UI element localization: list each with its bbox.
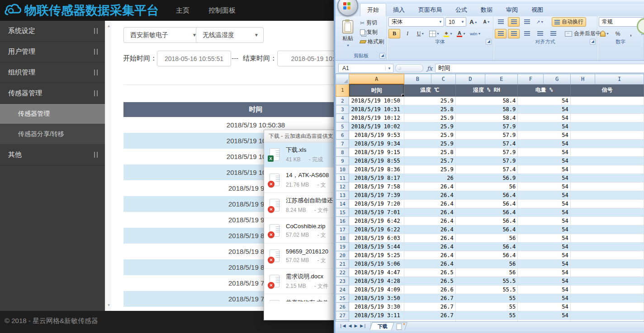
cell-I22[interactable] bbox=[570, 268, 644, 277]
cell-G22[interactable]: 54 bbox=[518, 268, 570, 277]
cell-E4[interactable]: 58.4 bbox=[455, 114, 518, 122]
ribbon-tab-插入[interactable]: 插入 bbox=[386, 4, 412, 16]
fill-handle[interactable] bbox=[402, 94, 404, 97]
cell-G7[interactable]: 54 bbox=[518, 140, 570, 148]
cell-A7[interactable]: 2018/5/19 9:34 bbox=[349, 140, 404, 148]
cell-A19[interactable]: 2018/5/19 5:44 bbox=[349, 243, 404, 251]
column-header-D[interactable]: D bbox=[455, 74, 485, 84]
cell-G23[interactable]: 54 bbox=[518, 277, 570, 286]
cell-A4[interactable]: 2018/5/19 10:12 bbox=[349, 114, 404, 122]
cell-G19[interactable]: 54 bbox=[518, 243, 570, 251]
row-header-8[interactable]: 8 bbox=[336, 148, 349, 157]
row-header-20[interactable]: 20 bbox=[336, 251, 349, 260]
row-header-25[interactable]: 25 bbox=[336, 294, 349, 303]
cell-I2[interactable] bbox=[570, 97, 644, 105]
cell-G6[interactable]: 54 bbox=[518, 131, 570, 140]
ribbon-tab-视图[interactable]: 视图 bbox=[525, 4, 550, 16]
row-header-1[interactable]: 1 bbox=[336, 84, 349, 97]
cell-A11[interactable]: 2018/5/19 8:17 bbox=[349, 174, 404, 183]
cell-I27[interactable] bbox=[570, 311, 644, 320]
dialog-launcher-icon[interactable]: ◢ bbox=[486, 39, 492, 45]
cell-E23[interactable]: 55.5 bbox=[455, 277, 518, 286]
cell-G15[interactable]: 54 bbox=[518, 208, 570, 217]
ribbon-tab-公式[interactable]: 公式 bbox=[449, 4, 474, 16]
cell-E27[interactable]: 55 bbox=[455, 311, 518, 320]
cell-G4[interactable]: 54 bbox=[518, 114, 570, 122]
cell-G16[interactable]: 54 bbox=[518, 217, 570, 225]
cell-A5[interactable]: 2018/5/19 10:02 bbox=[349, 122, 404, 131]
bold-button[interactable]: B bbox=[388, 29, 400, 38]
last-sheet-icon[interactable]: ▶❘ bbox=[360, 324, 366, 328]
column-header-E[interactable]: E bbox=[485, 74, 518, 84]
cell-E5[interactable]: 57.9 bbox=[455, 122, 518, 131]
column-header-I[interactable]: I bbox=[595, 74, 644, 84]
row-header-4[interactable]: 4 bbox=[336, 114, 349, 122]
cut-button[interactable]: ✂剪切 bbox=[360, 19, 384, 27]
paste-button[interactable]: 粘贴 ▼ bbox=[337, 18, 358, 52]
row-header-3[interactable]: 3 bbox=[336, 105, 349, 114]
row-header-10[interactable]: 10 bbox=[336, 165, 349, 174]
cell-A17[interactable]: 2018/5/19 6:22 bbox=[349, 225, 404, 234]
nav-item-home[interactable]: 主页 bbox=[176, 6, 189, 15]
cell-C10[interactable]: 25.9 bbox=[404, 165, 455, 174]
cell-A16[interactable]: 2018/5/19 6:42 bbox=[349, 217, 404, 225]
cell-E25[interactable]: 55 bbox=[455, 294, 518, 303]
cell-A26[interactable]: 2018/5/19 3:30 bbox=[349, 303, 404, 311]
cell-I9[interactable] bbox=[570, 157, 644, 165]
row-header-23[interactable]: 23 bbox=[336, 277, 349, 286]
cell-I18[interactable] bbox=[570, 234, 644, 243]
cell-A8[interactable]: 2018/5/19 9:15 bbox=[349, 148, 404, 157]
row-header-27[interactable]: 27 bbox=[336, 311, 349, 320]
cell-E6[interactable]: 57.9 bbox=[455, 131, 518, 140]
insert-worksheet-tab[interactable]: * bbox=[391, 322, 407, 330]
select-all-corner[interactable] bbox=[336, 74, 349, 84]
sidebar-scrollbar[interactable]: ▲ ▼ bbox=[105, 21, 112, 311]
name-box[interactable]: A1▼ bbox=[338, 64, 393, 73]
column-header-H[interactable]: H bbox=[570, 74, 595, 84]
cell-G9[interactable]: 54 bbox=[518, 157, 570, 165]
cell-E14[interactable]: 56.4 bbox=[455, 200, 518, 208]
cell-C16[interactable]: 26.4 bbox=[404, 217, 455, 225]
fill-color-button[interactable]: ◆▼ bbox=[442, 29, 454, 38]
cell-E17[interactable]: 56.4 bbox=[455, 225, 518, 234]
column-header-F[interactable]: F bbox=[518, 74, 544, 84]
cell-E24[interactable]: 55.5 bbox=[455, 286, 518, 294]
cell-E15[interactable]: 56.4 bbox=[455, 208, 518, 217]
row-header-11[interactable]: 11 bbox=[336, 174, 349, 183]
align-right-button[interactable] bbox=[521, 29, 533, 38]
column-header-G[interactable]: G bbox=[544, 74, 570, 84]
cell-I3[interactable] bbox=[570, 105, 644, 114]
sidebar-item[interactable]: 用户管理 bbox=[0, 42, 105, 62]
increase-indent-button[interactable] bbox=[547, 29, 559, 38]
cell-E19[interactable]: 56.4 bbox=[455, 243, 518, 251]
cell-C25[interactable]: 26.7 bbox=[404, 294, 455, 303]
align-left-button[interactable] bbox=[495, 29, 507, 38]
column-header-A[interactable]: A bbox=[349, 74, 404, 84]
cell-B1[interactable]: 温度 ℃ bbox=[404, 84, 455, 97]
cell-E7[interactable]: 57.4 bbox=[455, 140, 518, 148]
cell-E16[interactable]: 56.4 bbox=[455, 217, 518, 225]
ribbon-tab-审阅[interactable]: 审阅 bbox=[499, 4, 525, 16]
cell-C6[interactable]: 25.9 bbox=[404, 131, 455, 140]
sensor-type-select[interactable]: 无线温湿度 ▼ bbox=[196, 27, 264, 43]
cell-C20[interactable]: 26.4 bbox=[404, 251, 455, 260]
cell-I24[interactable] bbox=[570, 286, 644, 294]
cell-G11[interactable]: 54 bbox=[518, 174, 570, 183]
cell-I23[interactable] bbox=[570, 277, 644, 286]
row-header-19[interactable]: 19 bbox=[336, 243, 349, 251]
cell-A24[interactable]: 2018/5/19 4:09 bbox=[349, 286, 404, 294]
cell-I20[interactable] bbox=[570, 251, 644, 260]
ribbon-tab-开始[interactable]: 开始 bbox=[360, 3, 386, 16]
cell-A10[interactable]: 2018/5/19 8:36 bbox=[349, 165, 404, 174]
next-sheet-icon[interactable]: ▶ bbox=[354, 324, 357, 328]
cell-A18[interactable]: 2018/5/19 6:03 bbox=[349, 234, 404, 243]
cell-E2[interactable]: 58.4 bbox=[455, 97, 518, 105]
sidebar-subitem[interactable]: 传感器管理 bbox=[0, 104, 105, 124]
cell-C24[interactable]: 26.6 bbox=[404, 286, 455, 294]
cell-I26[interactable] bbox=[570, 303, 644, 311]
sidebar-item[interactable]: 其他 bbox=[0, 145, 105, 165]
row-header-16[interactable]: 16 bbox=[336, 217, 349, 225]
office-button[interactable] bbox=[337, 0, 358, 16]
comma-format-button[interactable]: , bbox=[625, 29, 637, 38]
align-center-button[interactable] bbox=[508, 29, 520, 38]
